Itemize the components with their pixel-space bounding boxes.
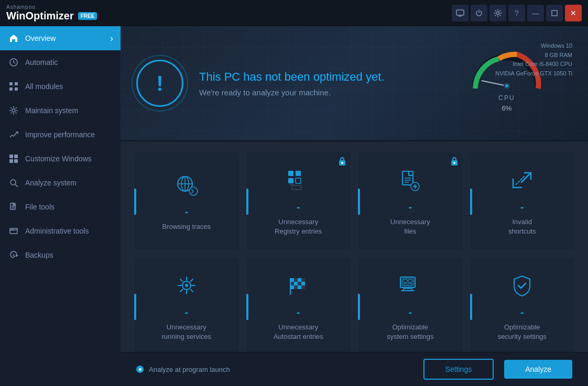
close-icon: ✕ (570, 9, 576, 17)
sidebar-item-backups[interactable]: Backups (0, 243, 121, 267)
company-name: Ashampoo (6, 4, 97, 10)
cpu-info-line1: Windows 10 (495, 41, 572, 51)
close-button[interactable]: ✕ (565, 5, 582, 21)
sidebar-label-analyze: Analyze system (25, 179, 77, 187)
svg-rect-54 (298, 278, 301, 282)
grid-icon (8, 81, 19, 92)
alert-symbol: ! (156, 72, 163, 95)
svg-point-51 (185, 284, 188, 287)
svg-rect-37 (296, 171, 301, 176)
svg-rect-7 (15, 82, 18, 85)
browsing-label: Browsing traces (162, 222, 211, 231)
cpu-gauge: CPU 6% Windows 10 8 GB RAM Intel Core i5… (441, 36, 572, 130)
sidebar-item-all-modules[interactable]: All modules (0, 74, 121, 98)
services-label: Unnecessary running services (161, 323, 211, 341)
svg-rect-14 (14, 159, 18, 163)
svg-line-16 (15, 184, 18, 187)
analyze-icon (8, 178, 19, 188)
sidebar-item-overview[interactable]: Overview (0, 26, 121, 50)
files-lock-icon (450, 157, 459, 168)
analyze-at-launch-option[interactable]: Analyze at program launch (136, 366, 230, 373)
maintain-icon (8, 105, 19, 116)
help-icon: ? (515, 9, 519, 17)
svg-rect-52 (290, 278, 294, 282)
help-button[interactable]: ? (508, 5, 525, 21)
sidebar-label-admin: Administrative tools (25, 227, 89, 235)
svg-rect-11 (9, 155, 13, 158)
settings-button[interactable] (489, 5, 506, 21)
module-autostart-entries[interactable]: - Unnecessary Autostart entries (246, 257, 352, 352)
free-badge: FREE (78, 12, 97, 20)
svg-rect-58 (290, 285, 294, 289)
sidebar-label-customize: Customize Windows (25, 155, 92, 163)
power-button[interactable] (471, 5, 487, 21)
module-browsing-traces[interactable]: - Browsing traces (134, 152, 239, 251)
sidebar-item-customize-windows[interactable]: Customize Windows (0, 147, 121, 171)
module-unnecessary-files[interactable]: - Unnecessary files (357, 152, 463, 251)
modules-grid: - Browsing traces (134, 152, 575, 352)
main-layout: Overview Automatic All modules (0, 26, 588, 386)
services-icon (173, 274, 200, 302)
svg-rect-0 (456, 10, 464, 15)
system-settings-icon (397, 274, 423, 302)
app-logo: Ashampoo WinOptimizer FREE (6, 4, 97, 22)
home-icon (8, 33, 19, 43)
module-invalid-shortcuts[interactable]: - Invalid shortcuts (470, 152, 575, 251)
svg-rect-1 (459, 16, 462, 17)
svg-point-43 (453, 162, 455, 164)
hero-subtitle: We're ready to analyze your machine. (199, 88, 441, 97)
module-registry-entries[interactable]: - Unnecessary Registry entries (246, 152, 352, 251)
minimize-button[interactable]: — (527, 5, 544, 21)
sidebar-item-automatic[interactable]: Automatic (0, 50, 121, 74)
svg-rect-71 (403, 283, 412, 285)
monitor-button[interactable] (452, 5, 469, 21)
bottom-bar: Analyze at program launch Settings Analy… (121, 352, 588, 386)
svg-point-3 (497, 12, 499, 14)
files-label: Unnecessary files (390, 217, 430, 236)
sidebar-label-overview: Overview (25, 34, 56, 42)
sidebar-item-maintain-system[interactable]: Maintain system (0, 98, 121, 123)
registry-lock-icon (338, 157, 346, 168)
svg-rect-38 (288, 178, 293, 183)
backups-icon (8, 250, 19, 260)
svg-rect-59 (294, 285, 298, 289)
sidebar-item-file-tools[interactable]: File tools (0, 195, 121, 219)
sidebar: Overview Automatic All modules (0, 26, 121, 386)
performance-icon (8, 129, 19, 140)
security-settings-dash: - (520, 306, 524, 318)
module-running-services[interactable]: - Unnecessary running services (134, 257, 239, 352)
system-settings-dash: - (408, 306, 412, 318)
module-security-settings[interactable]: - Optimizable security settings (470, 257, 575, 352)
analyze-button[interactable]: Analyze (504, 360, 572, 379)
file-tools-icon (8, 202, 19, 212)
svg-point-15 (10, 180, 16, 185)
sidebar-label-automatic: Automatic (25, 58, 58, 67)
sidebar-item-analyze-system[interactable]: Analyze system (0, 171, 121, 195)
shortcuts-icon (509, 169, 535, 197)
registry-icon (285, 169, 311, 197)
svg-rect-6 (9, 82, 13, 85)
hero-text: This PC has not been optimized yet. We'r… (199, 70, 441, 97)
title-bar: Ashampoo WinOptimizer FREE ? (0, 0, 588, 26)
autostart-icon (285, 274, 311, 302)
autostart-dash: - (297, 306, 300, 318)
svg-rect-69 (403, 280, 407, 282)
content-area: ! This PC has not been optimized yet. We… (121, 26, 588, 386)
svg-rect-53 (294, 278, 298, 282)
registry-dash: - (297, 201, 300, 213)
sidebar-item-improve-performance[interactable]: Improve performance (0, 123, 121, 147)
sidebar-item-administrative-tools[interactable]: Administrative tools (0, 219, 121, 243)
module-system-settings[interactable]: - Optimizable system settings (357, 257, 463, 352)
analyze-launch-radio[interactable] (136, 366, 144, 373)
svg-rect-39 (296, 178, 301, 183)
svg-rect-60 (298, 285, 301, 289)
hero-title: This PC has not been optimized yet. (199, 70, 441, 84)
analyze-launch-label: Analyze at program launch (149, 366, 230, 373)
cpu-info-line3: Intel Core i5-8400 CPU (495, 60, 572, 69)
browsing-dash: - (184, 206, 188, 218)
svg-rect-20 (10, 228, 17, 234)
maximize-button[interactable] (546, 5, 563, 21)
cpu-label: CPU (498, 94, 515, 102)
settings-button[interactable]: Settings (423, 359, 494, 380)
svg-rect-40 (292, 185, 301, 190)
